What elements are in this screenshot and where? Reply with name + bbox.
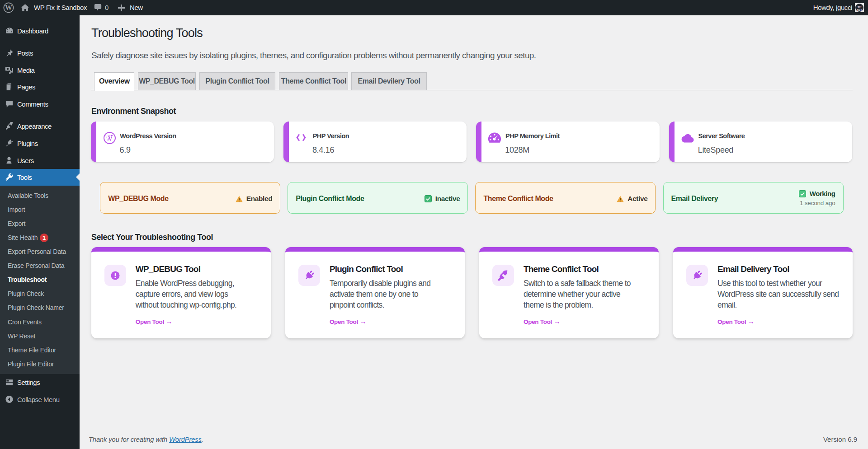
svg-text:W: W: [5, 4, 12, 11]
